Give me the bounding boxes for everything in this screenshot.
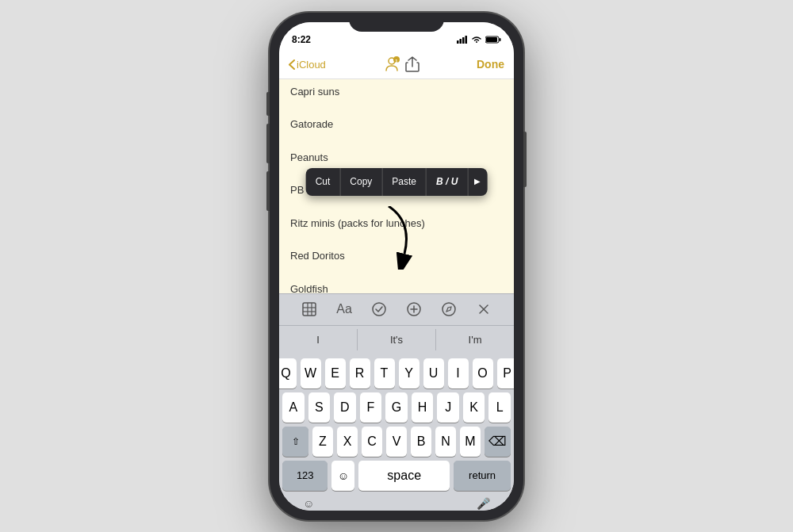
checkmark-icon[interactable] (368, 298, 390, 320)
svg-rect-2 (462, 37, 465, 44)
svg-rect-5 (500, 38, 501, 41)
key-t[interactable]: T (374, 358, 395, 388)
key-a[interactable]: A (282, 392, 305, 423)
key-s[interactable]: S (308, 392, 331, 423)
emoji-icon: ☺ (303, 497, 314, 510)
format-button[interactable]: B / U (427, 168, 468, 196)
shift-key[interactable]: ⇧ (282, 427, 308, 457)
done-button[interactable]: Done (477, 58, 504, 71)
volume-down-button[interactable] (266, 171, 270, 211)
bottom-bar: ☺ 🎤 (279, 498, 514, 511)
phone-frame: 8:22 (270, 13, 523, 520)
back-button[interactable]: iCloud (289, 59, 326, 71)
keyboard: Q W E R T Y U I O P A S D F G H J K L (279, 354, 514, 498)
autocomplete-bar: I It's I'm (279, 325, 514, 354)
svg-rect-3 (465, 36, 468, 44)
delete-key[interactable]: ⌫ (485, 427, 511, 457)
mute-button[interactable] (266, 92, 270, 116)
phone-screen: 8:22 (279, 22, 514, 511)
key-l[interactable]: L (488, 392, 511, 423)
key-e[interactable]: E (325, 358, 346, 388)
key-row-4: 123 ☺ space return (282, 461, 511, 491)
share-icon[interactable] (405, 56, 419, 72)
status-icons (457, 36, 501, 44)
formatting-toolbar: Aa (279, 293, 514, 325)
status-time: 8:22 (292, 34, 311, 45)
battery-icon (485, 36, 501, 44)
svg-point-16 (373, 303, 385, 316)
back-label: iCloud (297, 59, 326, 71)
svg-rect-1 (460, 39, 462, 44)
context-menu: Cut Copy Paste B / U ▶ (306, 168, 488, 196)
key-x[interactable]: X (337, 427, 358, 457)
key-row-3: ⇧ Z X C V B N M ⌫ (282, 427, 511, 457)
volume-up-button[interactable] (266, 124, 270, 163)
key-u[interactable]: U (423, 358, 444, 388)
signal-icon (457, 36, 468, 44)
svg-point-20 (442, 303, 455, 316)
key-o[interactable]: O (473, 358, 493, 388)
svg-rect-6 (486, 37, 497, 42)
key-b[interactable]: B (411, 427, 431, 457)
mic-icon: 🎤 (477, 497, 490, 510)
key-f[interactable]: F (360, 392, 382, 423)
more-button[interactable]: ▶ (468, 169, 487, 194)
collaborators-icon[interactable]: 1 (383, 55, 400, 73)
autocomplete-item-1[interactable]: It's (358, 329, 436, 350)
nav-title: 1 (326, 55, 477, 73)
key-row-1: Q W E R T Y U I O P (282, 358, 511, 388)
space-key[interactable]: space (358, 461, 450, 491)
table-icon[interactable] (298, 298, 320, 320)
key-q[interactable]: Q (279, 358, 297, 388)
paste-button[interactable]: Paste (382, 168, 427, 196)
key-i[interactable]: I (448, 358, 469, 388)
key-m[interactable]: M (460, 427, 481, 457)
key-c[interactable]: C (362, 427, 382, 457)
key-g[interactable]: G (385, 392, 408, 423)
key-w[interactable]: W (301, 358, 321, 388)
close-keyboard-icon[interactable] (473, 298, 495, 320)
key-y[interactable]: Y (399, 358, 419, 388)
svg-rect-11 (303, 303, 316, 316)
key-h[interactable]: H (412, 392, 434, 423)
key-v[interactable]: V (386, 427, 407, 457)
nav-bar: iCloud 1 Done (279, 51, 514, 79)
compose-icon[interactable] (438, 298, 460, 320)
copy-button[interactable]: Copy (340, 168, 382, 196)
autocomplete-item-0[interactable]: I (279, 329, 358, 350)
arrow-annotation (381, 206, 428, 275)
back-chevron-icon (289, 59, 295, 70)
autocomplete-item-2[interactable]: I'm (436, 329, 514, 350)
note-item-1: Gatorade (290, 117, 503, 133)
notes-content[interactable]: Capri suns Gatorade Peanuts PB crackers … (279, 79, 514, 293)
key-n[interactable]: N (435, 427, 456, 457)
svg-rect-0 (457, 40, 459, 44)
key-row-2: A S D F G H J K L (282, 392, 511, 423)
note-item-2: Peanuts (290, 150, 503, 166)
key-z[interactable]: Z (312, 427, 333, 457)
return-key[interactable]: return (454, 461, 511, 491)
power-button[interactable] (523, 132, 527, 187)
add-icon[interactable] (403, 298, 425, 320)
note-item-6: Goldfish (290, 281, 503, 293)
key-j[interactable]: J (437, 392, 459, 423)
key-k[interactable]: K (463, 392, 485, 423)
cut-button[interactable]: Cut (306, 168, 341, 196)
numbers-key[interactable]: 123 (282, 461, 328, 491)
emoji-key[interactable]: ☺ (331, 461, 354, 491)
notch (349, 13, 444, 32)
key-d[interactable]: D (334, 392, 356, 423)
wifi-icon (471, 36, 482, 44)
note-item-0: Capri suns (290, 84, 503, 101)
key-r[interactable]: R (350, 358, 370, 388)
font-size-button[interactable]: Aa (333, 298, 355, 320)
key-p[interactable]: P (497, 358, 515, 388)
